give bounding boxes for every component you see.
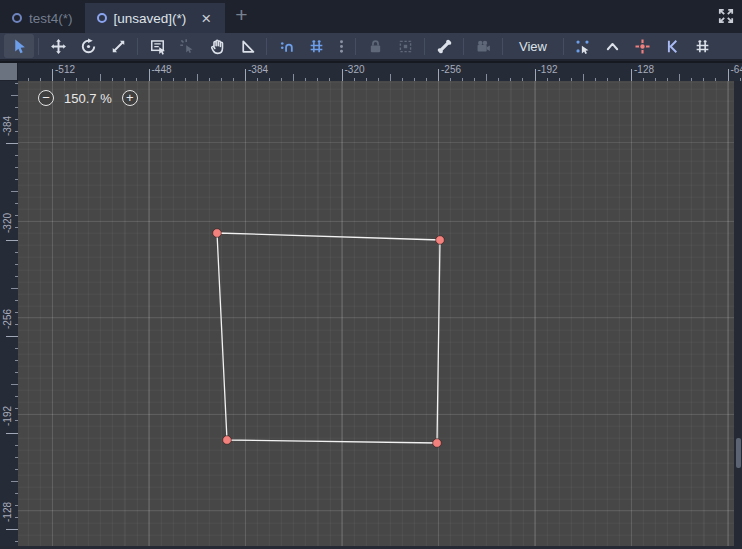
ruler-label: -448 bbox=[152, 64, 172, 75]
scene-circle-icon bbox=[12, 13, 22, 23]
ruler-tool-button[interactable] bbox=[232, 34, 262, 58]
toolbar-separator bbox=[38, 38, 39, 55]
grid-snap-toggle-button[interactable] bbox=[301, 34, 331, 58]
view-menu-button[interactable]: View bbox=[507, 34, 559, 58]
ruler-tick bbox=[100, 74, 101, 81]
ruler-tick bbox=[438, 69, 439, 81]
ruler-label: -256 bbox=[441, 64, 461, 75]
click-select-tool-button[interactable] bbox=[172, 34, 202, 58]
select-tool-icon bbox=[11, 38, 28, 55]
toolbar-separator bbox=[424, 38, 425, 55]
ruler-tick bbox=[6, 143, 18, 144]
new-scene-tab-button[interactable]: + bbox=[225, 4, 257, 29]
ruler-tick bbox=[6, 529, 18, 530]
camera-override-toggle-button[interactable] bbox=[468, 34, 498, 58]
ruler-tick bbox=[11, 384, 18, 385]
polygon-vertex-handle[interactable] bbox=[223, 436, 232, 445]
group-toggle-button[interactable] bbox=[390, 34, 420, 58]
dots-menu-icon bbox=[333, 38, 350, 55]
ruler-tick bbox=[6, 336, 18, 337]
select-tool-button[interactable] bbox=[4, 34, 34, 58]
zoom-controls: − 150.7 % + bbox=[38, 90, 138, 106]
ruler-origin-corner bbox=[0, 63, 18, 81]
polygon-vertex-handle[interactable] bbox=[213, 229, 222, 238]
ruler-tick bbox=[679, 74, 680, 81]
horizontal-ruler[interactable]: -512-448-384-320-256-192-128-64 bbox=[18, 63, 742, 81]
grid-pins-icon bbox=[694, 38, 711, 55]
edit-point-tool-button[interactable] bbox=[598, 34, 628, 58]
create-polygon-tool-button[interactable] bbox=[658, 34, 688, 58]
list-select-tool-icon bbox=[149, 38, 166, 55]
skeleton-menu-button[interactable] bbox=[429, 34, 459, 58]
ruler-tick bbox=[583, 74, 584, 81]
close-tab-icon[interactable]: × bbox=[199, 10, 213, 27]
rotate-tool-button[interactable] bbox=[73, 34, 103, 58]
ruler-tick bbox=[535, 69, 536, 81]
ruler-label: -128 bbox=[2, 502, 13, 522]
smart-snap-toggle-button[interactable] bbox=[271, 34, 301, 58]
pan-tool-button[interactable] bbox=[202, 34, 232, 58]
ruler-tick bbox=[245, 69, 246, 81]
canvas-viewport[interactable]: − 150.7 % + bbox=[18, 81, 742, 546]
ruler-label: -320 bbox=[345, 64, 365, 75]
ruler-label: -128 bbox=[634, 64, 654, 75]
snap-options-menu-button[interactable] bbox=[331, 34, 351, 58]
polygon-vertex-handle[interactable] bbox=[433, 439, 442, 448]
ruler-label: -64 bbox=[731, 64, 742, 75]
toolbar-separator bbox=[463, 38, 464, 55]
move-tool-button[interactable] bbox=[43, 34, 73, 58]
ruler-label: -192 bbox=[538, 64, 558, 75]
scene-tab-bar: test4(*) [unsaved](*) × + bbox=[0, 0, 742, 33]
select-points-tool-button[interactable] bbox=[568, 34, 598, 58]
grid-snap-icon bbox=[308, 38, 325, 55]
godot-2d-editor: test4(*) [unsaved](*) × + View -512-448-… bbox=[0, 0, 742, 549]
ruler-label: -384 bbox=[2, 116, 13, 136]
ruler-tick bbox=[342, 69, 343, 81]
chevron-up-icon bbox=[604, 38, 621, 55]
ruler-tick bbox=[728, 69, 729, 81]
scale-tool-button[interactable] bbox=[103, 34, 133, 58]
polygon-vertex-handle[interactable] bbox=[436, 236, 445, 245]
polygon-edges[interactable] bbox=[217, 233, 440, 443]
toolbar-separator bbox=[355, 38, 356, 55]
scene-tab-test4[interactable]: test4(*) bbox=[0, 3, 85, 33]
ruler-tick bbox=[6, 433, 18, 434]
ruler-tick bbox=[6, 240, 18, 241]
ruler-tick bbox=[293, 74, 294, 81]
toolbar-separator bbox=[563, 38, 564, 55]
click-select-tool-icon bbox=[179, 38, 196, 55]
scene-circle-icon bbox=[97, 13, 107, 23]
pan-tool-icon bbox=[209, 38, 226, 55]
camera-icon bbox=[475, 38, 492, 55]
polygon-k-icon bbox=[664, 38, 681, 55]
ruler-tick bbox=[11, 191, 18, 192]
ruler-tick bbox=[11, 288, 18, 289]
ruler-tick bbox=[390, 74, 391, 81]
toolbar-separator bbox=[266, 38, 267, 55]
zoom-level-label[interactable]: 150.7 % bbox=[64, 91, 112, 106]
toolbar-separator bbox=[502, 38, 503, 55]
ruler-label: -512 bbox=[55, 64, 75, 75]
move-point-tool-button[interactable] bbox=[628, 34, 658, 58]
canvas-toolbar: View bbox=[0, 33, 742, 61]
zoom-in-button[interactable]: + bbox=[122, 90, 138, 106]
scene-tab-unsaved[interactable]: [unsaved](*) × bbox=[85, 3, 226, 33]
scene-tab-label: [unsaved](*) bbox=[114, 11, 187, 26]
lock-toggle-button[interactable] bbox=[360, 34, 390, 58]
vertical-ruler[interactable]: -384-320-256-192-128 bbox=[0, 81, 18, 546]
group-icon bbox=[397, 38, 414, 55]
list-select-tool-button[interactable] bbox=[142, 34, 172, 58]
ruler-label: -192 bbox=[2, 406, 13, 426]
ruler-tick bbox=[11, 95, 18, 96]
bone-icon bbox=[436, 38, 453, 55]
rotate-tool-icon bbox=[80, 38, 97, 55]
move-point-icon bbox=[634, 38, 651, 55]
ruler-label: -320 bbox=[2, 213, 13, 233]
move-tool-icon bbox=[50, 38, 67, 55]
vertical-scrollbar-thumb[interactable] bbox=[736, 438, 741, 468]
zoom-out-button[interactable]: − bbox=[38, 90, 54, 106]
ruler-label: -384 bbox=[248, 64, 268, 75]
vertical-scrollbar[interactable] bbox=[734, 81, 742, 546]
pin-snap-toggle-button[interactable] bbox=[688, 34, 718, 58]
expand-icon[interactable] bbox=[717, 7, 735, 25]
